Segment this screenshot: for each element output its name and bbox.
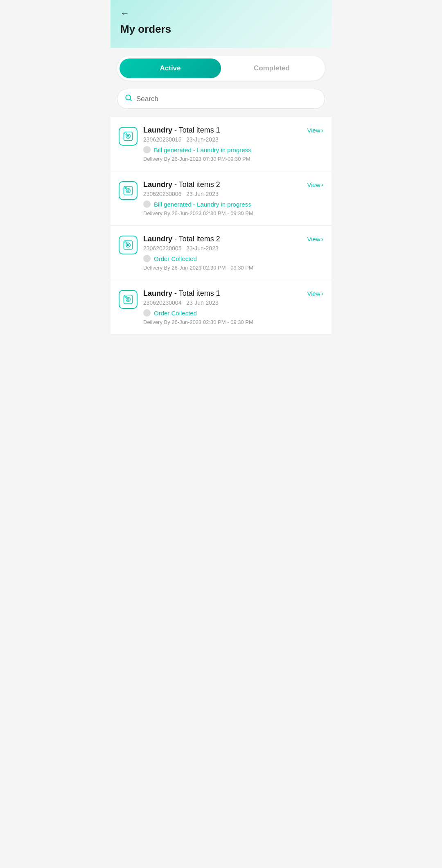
status-row: Order Collected <box>143 309 323 317</box>
order-item: Laundry - Total items 1 View › 230620230… <box>110 117 332 171</box>
view-link[interactable]: View › <box>307 127 323 134</box>
view-link[interactable]: View › <box>307 236 323 243</box>
order-icon <box>119 127 138 146</box>
status-row: Order Collected <box>143 255 323 262</box>
order-title: Laundry - Total items 1 <box>143 289 220 298</box>
view-link[interactable]: View › <box>307 290 323 297</box>
svg-rect-13 <box>125 242 126 243</box>
status-row: Bill generated - Laundry in progress <box>143 200 323 208</box>
search-icon <box>125 94 132 103</box>
tab-completed[interactable]: Completed <box>221 58 322 78</box>
chevron-right-icon: › <box>321 236 323 243</box>
order-item: Laundry - Total items 1 View › 230620230… <box>110 280 332 335</box>
status-text: Order Collected <box>154 310 197 317</box>
status-row: Bill generated - Laundry in progress <box>143 146 323 153</box>
order-details: Laundry - Total items 2 View › 230620230… <box>143 235 323 271</box>
svg-point-16 <box>127 299 129 300</box>
svg-point-11 <box>126 243 131 247</box>
svg-point-7 <box>126 189 131 193</box>
order-details: Laundry - Total items 1 View › 230620230… <box>143 126 323 162</box>
chevron-right-icon: › <box>321 127 323 134</box>
order-title: Laundry - Total items 1 <box>143 126 220 135</box>
svg-point-8 <box>127 190 129 191</box>
status-dot <box>143 255 151 262</box>
order-title-row: Laundry - Total items 2 View › <box>143 235 323 243</box>
status-dot <box>143 200 151 208</box>
orders-list: Laundry - Total items 1 View › 230620230… <box>110 117 332 335</box>
view-label: View <box>307 290 320 297</box>
svg-rect-5 <box>125 133 126 134</box>
order-id: 230620230015 23-Jun-2023 <box>143 136 323 143</box>
page-title: My orders <box>120 23 322 36</box>
svg-rect-17 <box>125 296 126 297</box>
svg-point-15 <box>126 297 131 302</box>
order-id: 230620230006 23-Jun-2023 <box>143 191 323 197</box>
view-label: View <box>307 181 320 188</box>
tab-active[interactable]: Active <box>120 58 221 78</box>
delivery-info: Delivery By 26-Jun-2023 02:30 PM - 09:30… <box>143 265 323 271</box>
chevron-right-icon: › <box>321 181 323 189</box>
delivery-info: Delivery By 26-Jun-2023 07:30 PM-09:30 P… <box>143 156 323 162</box>
status-text: Bill generated - Laundry in progress <box>154 146 251 153</box>
order-details: Laundry - Total items 2 View › 230620230… <box>143 180 323 216</box>
tab-bar: Active Completed <box>117 56 325 81</box>
order-item: Laundry - Total items 2 View › 230620230… <box>110 171 332 226</box>
back-button[interactable]: ← <box>120 8 129 19</box>
order-details: Laundry - Total items 1 View › 230620230… <box>143 289 323 325</box>
status-dot <box>143 146 151 153</box>
order-icon <box>119 181 138 200</box>
order-title: Laundry - Total items 2 <box>143 235 220 243</box>
delivery-info: Delivery By 26-Jun-2023 02:30 PM - 09:30… <box>143 210 323 216</box>
order-icon <box>119 290 138 309</box>
order-id: 230620230005 23-Jun-2023 <box>143 245 323 252</box>
order-item: Laundry - Total items 2 View › 230620230… <box>110 226 332 280</box>
order-title-row: Laundry - Total items 1 View › <box>143 289 323 298</box>
header: ← My orders <box>110 0 332 48</box>
order-icon <box>119 236 138 254</box>
status-dot <box>143 309 151 317</box>
content: Active Completed Laund <box>110 56 332 335</box>
svg-point-4 <box>127 135 129 137</box>
svg-point-3 <box>126 134 131 139</box>
svg-point-12 <box>127 244 129 246</box>
status-text: Bill generated - Laundry in progress <box>154 201 251 208</box>
view-label: View <box>307 236 320 243</box>
status-text: Order Collected <box>154 255 197 262</box>
chevron-right-icon: › <box>321 290 323 297</box>
order-title: Laundry - Total items 2 <box>143 180 220 189</box>
order-title-row: Laundry - Total items 2 View › <box>143 180 323 189</box>
order-title-row: Laundry - Total items 1 View › <box>143 126 323 135</box>
svg-rect-9 <box>125 187 126 189</box>
view-label: View <box>307 127 320 134</box>
order-id: 230620230004 23-Jun-2023 <box>143 299 323 306</box>
search-bar <box>117 89 325 109</box>
delivery-info: Delivery By 26-Jun-2023 02:30 PM - 09:30… <box>143 319 323 325</box>
search-input[interactable] <box>136 95 317 103</box>
svg-line-1 <box>130 99 131 100</box>
view-link[interactable]: View › <box>307 181 323 189</box>
